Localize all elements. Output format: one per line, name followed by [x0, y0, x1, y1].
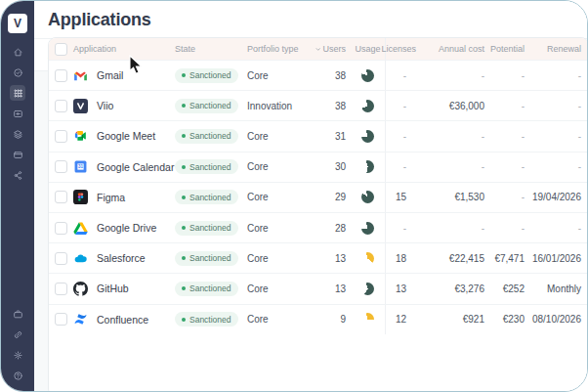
column-header-licenses[interactable]: Licenses: [385, 38, 418, 60]
state-dot-icon: [182, 256, 186, 260]
sidebar-item-integrations[interactable]: [10, 106, 25, 121]
column-header-users[interactable]: Users: [315, 44, 351, 54]
sidebar-item-settings[interactable]: [10, 347, 25, 363]
app-name-cell[interactable]: Figma: [73, 190, 175, 204]
app-name-cell[interactable]: Google Drive: [73, 221, 175, 236]
state-badge: Sanctioned: [175, 129, 238, 144]
column-header-renewal[interactable]: Renewal: [526, 44, 588, 54]
state-dot-icon: [182, 165, 186, 169]
usage-pie-chart: [361, 69, 374, 82]
app-name-cell[interactable]: Salesforce: [73, 251, 175, 266]
app-name-cell[interactable]: 31Google Calendar: [73, 159, 175, 174]
main-area: Applications All Apps291Sanctioned42Disc…: [34, 1, 587, 391]
app-name-cell[interactable]: Gmail: [73, 68, 175, 83]
confluence-app-icon: [73, 312, 88, 327]
table-row-viio[interactable]: ViioSanctionedInnovation38-€36,000--: [49, 90, 588, 120]
viio-logo[interactable]: V: [8, 14, 27, 33]
row-checkbox[interactable]: [55, 191, 67, 203]
table-row-github[interactable]: GitHubSanctionedCore1313€3,276€252Monthl…: [49, 273, 588, 303]
table-row-google-meet[interactable]: Google MeetSanctionedCore31----: [49, 120, 588, 151]
row-checkbox[interactable]: [55, 130, 67, 143]
row-checkbox[interactable]: [55, 313, 67, 326]
usage-cell: [351, 69, 385, 82]
app-name: GitHub: [97, 283, 129, 294]
table-row-google-calendar[interactable]: 31Google CalendarSanctionedCore30----: [49, 152, 588, 182]
table-row-figma[interactable]: FigmaSanctionedCore2915€1,530-19/04/2026: [49, 182, 588, 212]
state-cell: Sanctioned: [175, 251, 247, 266]
sidebar-item-stack[interactable]: [10, 126, 25, 142]
column-header-state[interactable]: State: [175, 44, 247, 54]
app-name: Gmail: [97, 69, 123, 81]
annual-cost-cell: €921: [418, 314, 488, 325]
renewal-cell: 19/04/2026: [526, 192, 588, 202]
row-checkbox[interactable]: [55, 160, 67, 173]
licenses-cell: 15: [385, 183, 418, 212]
usage-cell: [351, 130, 385, 143]
table-row-gmail[interactable]: GmailSanctionedCore38----: [49, 60, 588, 90]
users-cell: 30: [315, 161, 351, 172]
usage-pie-chart: [361, 130, 374, 143]
users-cell: 29: [315, 192, 351, 202]
state-cell: Sanctioned: [175, 68, 247, 83]
app-name-cell[interactable]: Google Meet: [73, 129, 175, 144]
sidebar-item-briefcase[interactable]: [10, 306, 25, 322]
state-badge: Sanctioned: [175, 251, 238, 266]
row-checkbox[interactable]: [55, 222, 67, 235]
row-checkbox[interactable]: [55, 283, 67, 295]
app-window: V Applications All Apps291Sanctioned42Di…: [0, 0, 588, 392]
potential-cell: -: [488, 223, 526, 234]
usage-cell: [351, 222, 385, 235]
users-cell: 38: [315, 101, 351, 111]
column-header-annual-cost[interactable]: Annual cost: [418, 44, 488, 54]
viio-app-icon: [73, 99, 88, 113]
sidebar-item-help[interactable]: [10, 368, 25, 383]
state-cell: Sanctioned: [175, 129, 247, 144]
page-header: Applications: [34, 1, 587, 39]
annual-cost-cell: -: [418, 223, 488, 234]
app-name-cell[interactable]: Viio: [73, 99, 175, 113]
table-row-salesforce[interactable]: SalesforceSanctionedCore1318€22,415€7,47…: [49, 242, 588, 273]
table-body: GmailSanctionedCore38----ViioSanctionedI…: [49, 60, 588, 334]
page-title: Applications: [48, 10, 151, 30]
sidebar-item-billing[interactable]: [10, 147, 25, 162]
github-app-icon: [73, 282, 88, 296]
applications-icon: [13, 88, 23, 99]
app-name-cell[interactable]: Confluence: [73, 312, 175, 327]
portfolio-cell: Core: [247, 131, 315, 142]
column-header-portfolio-type[interactable]: Portfolio type: [247, 44, 315, 54]
state-badge: Sanctioned: [175, 312, 238, 327]
potential-cell: -: [488, 192, 526, 202]
app-name: Figma: [97, 192, 125, 203]
renewal-cell: -: [526, 223, 588, 234]
applications-table: ApplicationStatePortfolio typeUsersUsage…: [48, 37, 588, 392]
column-header-application[interactable]: Application: [73, 44, 175, 54]
sidebar-item-home[interactable]: [10, 44, 25, 60]
table-row-confluence[interactable]: ConfluenceSanctionedCore912€921€23008/10…: [49, 304, 588, 334]
sidebar-item-link[interactable]: [10, 327, 25, 342]
table-header-row: ApplicationStatePortfolio typeUsersUsage…: [49, 38, 588, 60]
state-dot-icon: [182, 134, 186, 138]
sidebar-item-share[interactable]: [10, 167, 25, 183]
row-checkbox-cell: [49, 130, 73, 143]
portfolio-cell: Core: [247, 314, 315, 325]
state-dot-icon: [182, 73, 186, 77]
column-header-usage[interactable]: Usage: [351, 44, 385, 54]
app-name-cell[interactable]: GitHub: [73, 282, 175, 296]
sidebar-item-tasks[interactable]: [10, 65, 25, 80]
row-checkbox[interactable]: [55, 100, 67, 112]
licenses-cell: 13: [385, 274, 418, 303]
home-icon: [13, 47, 23, 58]
annual-cost-cell: -: [418, 131, 488, 142]
renewal-cell: 16/01/2026: [526, 253, 588, 264]
table-row-google-drive[interactable]: Google DriveSanctionedCore28----: [49, 212, 588, 242]
stack-icon: [13, 129, 23, 140]
potential-cell: €252: [488, 283, 526, 294]
row-checkbox[interactable]: [55, 69, 67, 82]
select-all-checkbox[interactable]: [55, 43, 67, 56]
sidebar-item-applications[interactable]: [10, 85, 25, 101]
usage-pie-chart: [361, 100, 374, 112]
row-checkbox[interactable]: [55, 252, 67, 265]
column-header-potential[interactable]: Potential: [488, 44, 526, 54]
row-checkbox-cell: [49, 100, 73, 112]
row-checkbox-cell: [49, 69, 73, 82]
